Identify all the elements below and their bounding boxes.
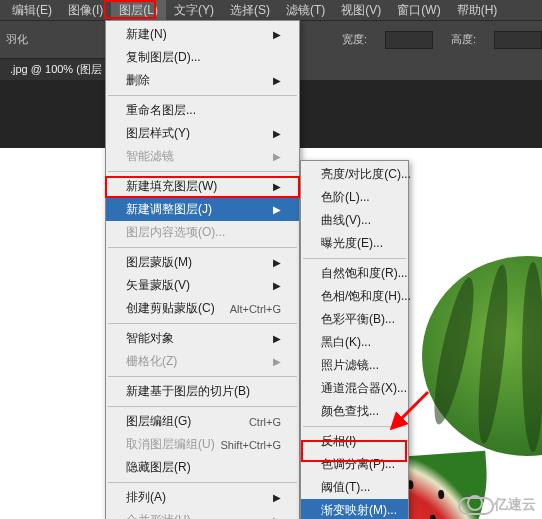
height-input[interactable]	[494, 31, 542, 49]
menu-item-label: 新建调整图层(J)	[126, 201, 212, 218]
chevron-right-icon: ▶	[273, 181, 281, 192]
menu-item-label: 曲线(V)...	[321, 212, 371, 229]
menu-item-label: 颜色查找...	[321, 403, 379, 420]
menu-item-label: 新建填充图层(W)	[126, 178, 217, 195]
menubar-item-layer[interactable]: 图层(L)	[111, 0, 166, 21]
menu-item-label: 曝光度(E)...	[321, 235, 383, 252]
menu_main-item[interactable]: 智能对象▶	[106, 327, 299, 350]
menu_main-item[interactable]: 删除▶	[106, 69, 299, 92]
feather-label: 羽化	[6, 32, 28, 47]
menu_sub-item[interactable]: 曝光度(E)...	[301, 232, 408, 255]
menu_sub-item[interactable]: 亮度/对比度(C)...	[301, 163, 408, 186]
menu-item-label: 图层蒙版(M)	[126, 254, 192, 271]
menubar-item-select[interactable]: 选择(S)	[222, 0, 278, 21]
menu_main-item[interactable]: 隐藏图层(R)	[106, 456, 299, 479]
chevron-right-icon: ▶	[273, 75, 281, 86]
menu_main-item: 智能滤镜▶	[106, 145, 299, 168]
menubar-item-help[interactable]: 帮助(H)	[449, 0, 506, 21]
menu_main-item[interactable]: 创建剪贴蒙版(C)Alt+Ctrl+G	[106, 297, 299, 320]
width-label: 宽度:	[342, 32, 367, 47]
chevron-right-icon: ▶	[273, 29, 281, 40]
menu_main-item: 栅格化(Z)▶	[106, 350, 299, 373]
menu_sub-item[interactable]: 照片滤镜...	[301, 354, 408, 377]
menu_main-item[interactable]: 新建调整图层(J)▶	[106, 198, 299, 221]
menu-item-shortcut: Alt+Ctrl+G	[230, 303, 281, 315]
menu-item-label: 反相(I)	[321, 433, 356, 450]
menu-separator	[108, 171, 297, 172]
watermark: 亿速云	[458, 495, 536, 515]
menu_main-item[interactable]: 图层编组(G)Ctrl+G	[106, 410, 299, 433]
menu-item-label: 复制图层(D)...	[126, 49, 201, 66]
menu-item-label: 栅格化(Z)	[126, 353, 177, 370]
menubar-item-image[interactable]: 图像(I)	[60, 0, 111, 21]
menu-item-label: 删除	[126, 72, 150, 89]
image-watermelon-whole	[422, 256, 542, 456]
menu_sub-item[interactable]: 曲线(V)...	[301, 209, 408, 232]
menu-item-label: 阈值(T)...	[321, 479, 370, 496]
menu-item-label: 新建基于图层的切片(B)	[126, 383, 250, 400]
menu_main-item[interactable]: 排列(A)▶	[106, 486, 299, 509]
menu_sub-item[interactable]: 通道混合器(X)...	[301, 377, 408, 400]
watermark-text: 亿速云	[494, 496, 536, 514]
menu_main-item: 合并形状(H)▶	[106, 509, 299, 519]
chevron-right-icon: ▶	[273, 257, 281, 268]
menu_main-item: 图层内容选项(O)...	[106, 221, 299, 244]
menu_main-item[interactable]: 图层样式(Y)▶	[106, 122, 299, 145]
menu-layer: 新建(N)▶复制图层(D)...删除▶重命名图层...图层样式(Y)▶智能滤镜▶…	[105, 20, 300, 519]
menu_main-item[interactable]: 图层蒙版(M)▶	[106, 251, 299, 274]
menu-item-label: 图层编组(G)	[126, 413, 191, 430]
menu_main-item[interactable]: 重命名图层...	[106, 99, 299, 122]
menu_sub-item[interactable]: 黑白(K)...	[301, 331, 408, 354]
menu_main-item[interactable]: 新建填充图层(W)▶	[106, 175, 299, 198]
menu-item-label: 图层内容选项(O)...	[126, 224, 225, 241]
menu_main-item[interactable]: 新建(N)▶	[106, 23, 299, 46]
chevron-right-icon: ▶	[273, 280, 281, 291]
menu_main-item[interactable]: 新建基于图层的切片(B)	[106, 380, 299, 403]
menu_sub-item[interactable]: 色调分离(P)...	[301, 453, 408, 476]
menu-item-label: 黑白(K)...	[321, 334, 371, 351]
menu-item-label: 重命名图层...	[126, 102, 196, 119]
menu-item-shortcut: Shift+Ctrl+G	[220, 439, 281, 451]
menu-item-label: 色彩平衡(B)...	[321, 311, 395, 328]
menu_sub-item[interactable]: 渐变映射(M)...	[301, 499, 408, 519]
menu-item-label: 照片滤镜...	[321, 357, 379, 374]
menu_sub-item[interactable]: 阈值(T)...	[301, 476, 408, 499]
menu_sub-item[interactable]: 色彩平衡(B)...	[301, 308, 408, 331]
menu_sub-item[interactable]: 色阶(L)...	[301, 186, 408, 209]
menu-item-label: 渐变映射(M)...	[321, 502, 397, 519]
cloud-icon	[458, 495, 490, 515]
menubar-item-type[interactable]: 文字(Y)	[166, 0, 222, 21]
menu_sub-item[interactable]: 色相/饱和度(H)...	[301, 285, 408, 308]
menu_main-item[interactable]: 复制图层(D)...	[106, 46, 299, 69]
menubar-item-view[interactable]: 视图(V)	[333, 0, 389, 21]
menu_sub-item[interactable]: 反相(I)	[301, 430, 408, 453]
menubar-item-edit[interactable]: 编辑(E)	[4, 0, 60, 21]
chevron-right-icon: ▶	[273, 204, 281, 215]
menu-item-label: 色调分离(P)...	[321, 456, 395, 473]
menu-item-label: 自然饱和度(R)...	[321, 265, 408, 282]
width-input[interactable]	[385, 31, 433, 49]
chevron-right-icon: ▶	[273, 492, 281, 503]
menu_main-item: 取消图层编组(U)Shift+Ctrl+G	[106, 433, 299, 456]
menu-separator	[303, 426, 406, 427]
menu-item-label: 合并形状(H)	[126, 512, 191, 519]
menu-separator	[108, 482, 297, 483]
menu-item-label: 新建(N)	[126, 26, 167, 43]
menu-item-label: 隐藏图层(R)	[126, 459, 191, 476]
menu_main-item[interactable]: 矢量蒙版(V)▶	[106, 274, 299, 297]
menu-item-label: 亮度/对比度(C)...	[321, 166, 411, 183]
menu-separator	[108, 323, 297, 324]
menu-item-label: 色相/饱和度(H)...	[321, 288, 411, 305]
menu-separator	[108, 95, 297, 96]
chevron-right-icon: ▶	[273, 515, 281, 519]
menu_sub-item[interactable]: 自然饱和度(R)...	[301, 262, 408, 285]
chevron-right-icon: ▶	[273, 128, 281, 139]
menu_sub-item[interactable]: 颜色查找...	[301, 400, 408, 423]
menu-item-label: 排列(A)	[126, 489, 166, 506]
chevron-right-icon: ▶	[273, 333, 281, 344]
menubar-item-window[interactable]: 窗口(W)	[389, 0, 448, 21]
menu-item-label: 图层样式(Y)	[126, 125, 190, 142]
menubar: 编辑(E) 图像(I) 图层(L) 文字(Y) 选择(S) 滤镜(T) 视图(V…	[0, 0, 542, 20]
menubar-item-filter[interactable]: 滤镜(T)	[278, 0, 333, 21]
menu-item-label: 通道混合器(X)...	[321, 380, 407, 397]
